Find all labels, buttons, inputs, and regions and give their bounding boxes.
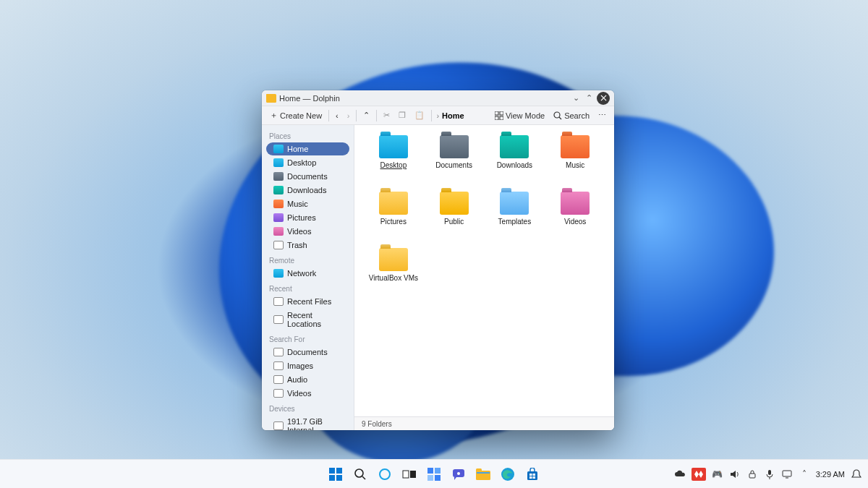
chat-button[interactable] (448, 464, 469, 484)
folder-icon (273, 361, 284, 370)
folder-icon (273, 241, 284, 249)
sidebar-item-label: Home (287, 145, 308, 153)
svg-point-12 (355, 469, 363, 477)
sidebar-heading: Places (262, 128, 354, 142)
chevron-up-icon[interactable]: ˄ (799, 468, 810, 480)
svg-rect-25 (477, 472, 490, 474)
folder-label: Templates (498, 218, 532, 226)
cloud-icon[interactable] (674, 468, 686, 480)
cut-button[interactable]: ✂ (380, 109, 393, 121)
widgets-button[interactable] (424, 464, 444, 484)
edge-button[interactable] (498, 464, 518, 484)
paste-button[interactable]: 📋 (411, 109, 428, 121)
view-mode-label: View Mode (506, 111, 545, 120)
titlebar[interactable]: Home — Dolphin ⌄ ⌃ (262, 90, 614, 106)
maximize-button[interactable]: ⌃ (582, 92, 595, 105)
sidebar-item-pictures[interactable]: Pictures (266, 211, 349, 224)
folder-music[interactable]: Music (545, 135, 605, 187)
chevron-right-icon: › (347, 111, 350, 120)
svg-rect-29 (533, 474, 536, 476)
folder-icon (273, 421, 284, 430)
sidebar-item-documents[interactable]: Documents (266, 346, 349, 359)
sidebar-item-network[interactable]: Network (266, 267, 349, 280)
folder-icon (273, 200, 284, 208)
taskbar-clock[interactable]: 3:29 AM (816, 470, 845, 479)
back-button[interactable]: ‹ (332, 110, 342, 121)
menu-button[interactable]: ⋯ (595, 109, 610, 121)
chevron-left-icon: ‹ (336, 111, 339, 120)
content-area: DesktopDocumentsDownloadsMusicPicturesPu… (354, 125, 614, 430)
sidebar-item-downloads[interactable]: Downloads (266, 184, 349, 197)
folder-documents[interactable]: Documents (424, 135, 485, 187)
folder-icon (379, 248, 408, 271)
search-icon (553, 111, 562, 120)
folder-public[interactable]: Public (424, 192, 485, 244)
folder-templates[interactable]: Templates (485, 192, 545, 244)
folder-label: Pictures (380, 218, 407, 226)
mic-icon[interactable] (764, 468, 775, 480)
sidebar-item-label: Videos (287, 227, 311, 236)
sidebar-item-label: Recent Files (287, 297, 331, 306)
sidebar-item-home[interactable]: Home (266, 142, 349, 155)
anydesk-tray-icon[interactable] (692, 468, 706, 481)
sidebar-item-recent-files[interactable]: Recent Files (266, 295, 349, 308)
taskbar-search-button[interactable] (350, 464, 370, 484)
separator (328, 110, 329, 121)
sidebar-item-trash[interactable]: Trash (266, 239, 349, 252)
sidebar-item-recent-locations[interactable]: Recent Locations (266, 309, 349, 330)
folder-videos[interactable]: Videos (545, 192, 605, 244)
display-icon[interactable] (781, 468, 793, 480)
sidebar-item-videos[interactable]: Videos (266, 225, 349, 238)
folder-desktop[interactable]: Desktop (363, 135, 424, 187)
sidebar-item-label: Trash (287, 241, 307, 249)
sidebar-item-images[interactable]: Images (266, 359, 349, 372)
sidebar-heading: Devices (262, 401, 354, 414)
sidebar-item-label: Images (287, 361, 313, 370)
folder-pictures[interactable]: Pictures (363, 192, 424, 244)
sidebar-item-label: Music (287, 200, 308, 208)
minimize-button[interactable]: ⌄ (569, 92, 582, 105)
sidebar-heading: Search For (262, 331, 354, 345)
svg-rect-20 (435, 475, 441, 481)
taskview-button[interactable] (399, 464, 420, 484)
sidebar-item-music[interactable]: Music (266, 197, 349, 210)
gamepad-icon[interactable]: 🎮 (712, 468, 723, 480)
chevron-up-icon: ⌃ (363, 111, 370, 120)
start-button[interactable] (326, 464, 346, 484)
copy-button[interactable]: ❐ (395, 109, 409, 121)
close-button[interactable] (597, 92, 610, 105)
dolphin-window: Home — Dolphin ⌄ ⌃ ＋ Create New ‹ › ⌃ ✂ … (262, 90, 614, 430)
sidebar-item-videos[interactable]: Videos (266, 387, 349, 400)
view-mode-button[interactable]: View Mode (491, 110, 548, 121)
svg-line-7 (559, 117, 561, 119)
breadcrumb[interactable]: Home (442, 111, 464, 120)
sidebar-item-191-7-gib-internal-[interactable]: 191.7 GiB Internal … (266, 415, 349, 430)
forward-button[interactable]: › (344, 110, 354, 121)
folder-virtualbox-vms[interactable]: VirtualBox VMs (363, 248, 424, 300)
sidebar-item-label: Network (287, 269, 316, 278)
folder-label: Public (444, 218, 464, 226)
cut-icon: ✂ (383, 111, 390, 120)
lock-icon[interactable] (746, 468, 758, 480)
up-button[interactable]: ⌃ (359, 109, 373, 121)
sidebar-item-desktop[interactable]: Desktop (266, 156, 349, 169)
folder-icon (440, 135, 469, 158)
svg-rect-31 (533, 476, 536, 479)
folder-label: Downloads (497, 161, 532, 169)
sidebar-item-audio[interactable]: Audio (266, 373, 349, 386)
svg-rect-24 (476, 468, 482, 472)
svg-rect-34 (783, 471, 791, 476)
cortana-button[interactable] (375, 464, 395, 484)
create-new-button[interactable]: ＋ Create New (266, 108, 326, 122)
explorer-button[interactable] (473, 464, 493, 484)
svg-rect-30 (529, 476, 532, 479)
folder-icon (273, 348, 284, 356)
store-button[interactable] (522, 464, 542, 484)
folder-downloads[interactable]: Downloads (485, 135, 545, 187)
sidebar-item-documents[interactable]: Documents (266, 170, 349, 183)
volume-icon[interactable] (729, 468, 741, 480)
folder-icon (561, 135, 590, 158)
svg-rect-9 (336, 468, 342, 474)
notifications-icon[interactable] (851, 468, 862, 480)
search-button[interactable]: Search (550, 110, 593, 121)
